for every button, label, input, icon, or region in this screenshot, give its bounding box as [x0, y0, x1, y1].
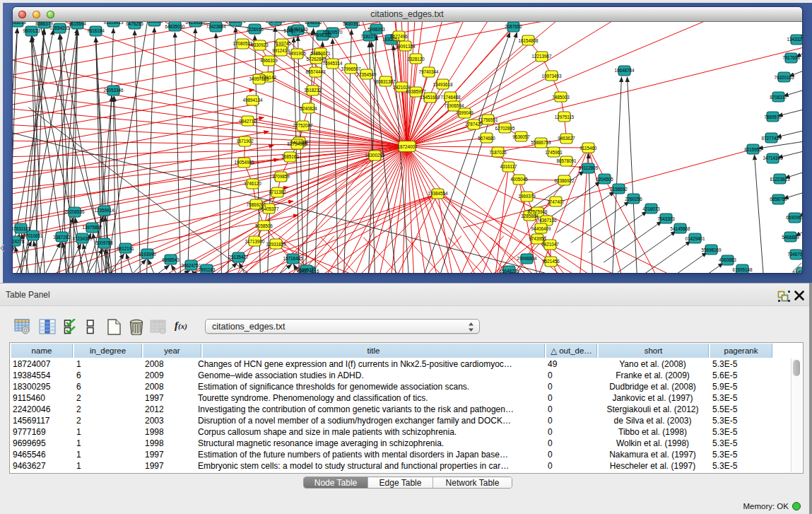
svg-text:27354549: 27354549 [356, 72, 377, 77]
svg-text:7917693: 7917693 [782, 55, 800, 60]
svg-text:77752047: 77752047 [293, 123, 313, 128]
svg-text:72423884: 72423884 [206, 24, 226, 29]
svg-text:5466889: 5466889 [782, 235, 799, 240]
svg-text:64139537: 64139537 [185, 22, 206, 25]
svg-text:9600133: 9600133 [23, 28, 40, 33]
svg-text:9912419: 9912419 [272, 48, 290, 53]
svg-text:74367136: 74367136 [536, 218, 557, 223]
svg-text:1746120: 1746120 [244, 181, 261, 186]
svg-text:6193990: 6193990 [139, 252, 156, 257]
svg-text:15451680: 15451680 [420, 95, 440, 100]
svg-text:5158506: 5158506 [255, 223, 273, 228]
svg-text:2260256: 2260256 [625, 197, 642, 201]
svg-text:19384554: 19384554 [428, 191, 448, 196]
svg-text:62702895: 62702895 [495, 126, 515, 131]
svg-text:15716485: 15716485 [283, 256, 303, 261]
svg-text:87277434: 87277434 [761, 136, 782, 141]
svg-text:4966319: 4966319 [260, 58, 278, 63]
svg-text:9636057: 9636057 [512, 134, 530, 139]
svg-text:53755646: 53755646 [801, 34, 802, 39]
svg-text:49894134: 49894134 [242, 98, 263, 103]
svg-text:9521456: 9521456 [542, 259, 560, 264]
svg-text:96405377: 96405377 [259, 206, 279, 211]
svg-text:1745961: 1745961 [545, 150, 563, 155]
svg-text:71746488: 71746488 [440, 95, 461, 100]
svg-text:0330923: 0330923 [251, 42, 269, 47]
svg-text:60385977: 60385977 [406, 89, 426, 94]
svg-text:7543303: 7543303 [657, 216, 675, 221]
svg-text:9115460: 9115460 [579, 146, 597, 151]
svg-text:5240824: 5240824 [300, 106, 317, 111]
svg-text:3285884: 3285884 [521, 214, 539, 218]
svg-text:20206536: 20206536 [64, 209, 85, 214]
svg-text:36995777: 36995777 [296, 267, 317, 272]
svg-text:37631165: 37631165 [13, 226, 31, 231]
svg-text:5430391: 5430391 [343, 22, 360, 26]
svg-text:3518233: 3518233 [304, 88, 322, 93]
svg-text:13433200: 13433200 [787, 37, 802, 42]
svg-text:29946804: 29946804 [517, 256, 537, 261]
svg-text:02654235: 02654235 [49, 25, 70, 30]
svg-text:0842710: 0842710 [239, 119, 257, 124]
svg-text:8148932: 8148932 [305, 22, 322, 25]
svg-text:62386922: 62386922 [554, 178, 575, 183]
svg-text:1399049: 1399049 [456, 110, 473, 115]
svg-text:65648236: 65648236 [499, 269, 519, 273]
svg-text:65787133: 65787133 [288, 27, 308, 32]
svg-text:93103413: 93103413 [103, 22, 124, 25]
svg-text:18300295: 18300295 [365, 153, 385, 158]
svg-text:10973493: 10973493 [541, 74, 562, 78]
svg-text:5674680: 5674680 [478, 136, 495, 141]
svg-text:54145868: 54145868 [670, 226, 690, 231]
svg-text:17080531: 17080531 [233, 41, 253, 46]
svg-text:01429401: 01429401 [685, 236, 705, 241]
svg-text:7187026: 7187026 [489, 150, 507, 155]
svg-text:0812191: 0812191 [117, 246, 134, 251]
svg-text:12975115: 12975115 [554, 115, 574, 119]
svg-text:87234309: 87234309 [72, 236, 93, 241]
svg-text:2787429: 2787429 [465, 122, 483, 127]
svg-text:76945314: 76945314 [322, 61, 343, 66]
svg-text:3685160: 3685160 [281, 154, 299, 159]
svg-text:99091334: 99091334 [395, 44, 416, 49]
svg-text:3709859: 3709859 [272, 174, 290, 179]
svg-text:3387262: 3387262 [53, 235, 71, 240]
svg-text:18724007: 18724007 [397, 144, 418, 149]
svg-text:4192832: 4192832 [146, 22, 163, 23]
svg-text:7991183: 7991183 [198, 267, 216, 272]
svg-text:25135427: 25135427 [228, 255, 249, 259]
svg-text:71756551: 71756551 [478, 117, 498, 122]
svg-text:4005045: 4005045 [510, 177, 528, 182]
svg-text:8708317: 8708317 [770, 95, 787, 100]
svg-text:76320163: 76320163 [774, 75, 794, 80]
svg-text:85574443: 85574443 [305, 69, 326, 74]
svg-text:7182278: 7182278 [360, 34, 378, 39]
svg-text:2328120: 2328120 [407, 57, 425, 62]
svg-text:6998543: 6998543 [162, 257, 180, 262]
svg-text:80112805: 80112805 [578, 165, 598, 170]
svg-text:34957885: 34957885 [249, 76, 269, 81]
svg-text:34714345: 34714345 [763, 156, 783, 160]
svg-text:55698169: 55698169 [701, 247, 722, 252]
svg-text:97848018: 97848018 [265, 22, 286, 23]
svg-text:6204505: 6204505 [596, 177, 613, 182]
svg-text:19054985: 19054985 [234, 160, 254, 165]
svg-text:4316117: 4316117 [500, 164, 517, 169]
svg-text:1226916: 1226916 [246, 27, 264, 32]
svg-text:12213967: 12213967 [531, 54, 552, 59]
svg-text:4060883: 4060883 [719, 257, 736, 262]
svg-text:1615594: 1615594 [69, 22, 86, 26]
svg-text:96532871: 96532871 [225, 22, 246, 23]
svg-text:81223623: 81223623 [770, 177, 790, 182]
svg-text:26053346: 26053346 [103, 88, 124, 93]
svg-text:55886753: 55886753 [531, 140, 551, 145]
svg-text:4896383: 4896383 [314, 33, 331, 37]
svg-text:7346706: 7346706 [787, 252, 802, 257]
svg-text:6475255: 6475255 [126, 22, 143, 26]
svg-text:6690967: 6690967 [786, 215, 802, 220]
svg-text:2087652: 2087652 [505, 24, 522, 29]
svg-text:7816184: 7816184 [87, 28, 105, 33]
svg-text:4711382: 4711382 [269, 189, 286, 194]
svg-text:8215955: 8215955 [744, 147, 762, 152]
svg-text:9463627: 9463627 [558, 136, 575, 141]
